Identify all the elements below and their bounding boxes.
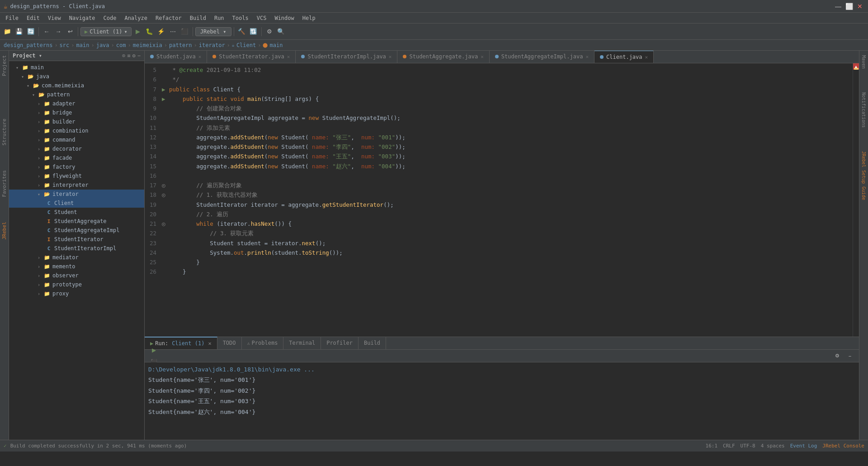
menu-analyze[interactable]: Analyze (121, 14, 151, 22)
settings-icon[interactable]: ⚙ (132, 52, 136, 59)
tree-item-main[interactable]: ▾ 📁 main (9, 63, 144, 72)
breadcrumb-com[interactable]: com (116, 42, 126, 48)
jrebel-dropdown[interactable]: JRebel ▾ (195, 27, 231, 36)
breadcrumb-java[interactable]: java (96, 42, 109, 48)
undo-button[interactable]: ↩ (65, 26, 75, 37)
tree-item-com[interactable]: ▾ 📂 com.meimeixia (9, 81, 144, 90)
menu-build[interactable]: Build (186, 14, 210, 22)
tree-item-prototype[interactable]: › 📁 prototype (9, 280, 144, 289)
tab-close-student[interactable]: ✕ (198, 54, 202, 60)
tree-item-combination[interactable]: › 📁 combination (9, 126, 144, 135)
tree-item-student-aggregate-impl[interactable]: C StudentAggregateImpl (9, 226, 144, 235)
tree-item-student-aggregate[interactable]: I StudentAggregate (9, 217, 144, 226)
back-button[interactable]: ← (41, 26, 52, 37)
menu-edit[interactable]: Edit (23, 14, 43, 22)
tab-close-student-iterator-impl[interactable]: ✕ (389, 54, 392, 60)
menu-navigate[interactable]: Navigate (66, 14, 99, 22)
breadcrumb-pattern[interactable]: pattern (169, 42, 192, 48)
menu-tools[interactable]: Tools (229, 14, 252, 22)
tab-student-aggregate[interactable]: StudentAggregate.java ✕ (397, 51, 489, 63)
tree-item-student-iterator-impl[interactable]: C StudentIteratorImpl (9, 244, 144, 253)
breadcrumb-design-patterns[interactable]: design_patterns (4, 42, 52, 48)
stop-button[interactable]: ⬛ (179, 26, 190, 37)
tree-item-student[interactable]: C Student (9, 208, 144, 217)
forward-button[interactable]: → (53, 26, 64, 37)
code-content[interactable]: 5 * @create 2021-09-18 11:02 6 */ 7 ▶ pu… (145, 63, 853, 337)
vertical-tab-favorites[interactable]: Favorites (0, 167, 8, 200)
bottom-tab-terminal[interactable]: Terminal (283, 337, 321, 349)
tree-item-interpreter[interactable]: › 📁 interpreter (9, 181, 144, 190)
tree-item-command[interactable]: › 📁 command (9, 135, 144, 144)
menu-code[interactable]: Code (100, 14, 120, 22)
cursor-position[interactable]: 16:1 (706, 443, 718, 449)
encoding[interactable]: UTF-8 (741, 443, 755, 449)
menu-refactor[interactable]: Refactor (152, 14, 185, 22)
search-button[interactable]: 🔍 (276, 26, 287, 37)
jrebel-console-link[interactable]: JRebel Console (822, 443, 864, 449)
breadcrumb-iterator[interactable]: iterator (199, 42, 225, 48)
tree-item-mediator[interactable]: › 📁 mediator (9, 253, 144, 262)
run-config-dropdown[interactable]: ▶ Client (1) ▾ (80, 27, 132, 36)
menu-run[interactable]: Run (211, 14, 228, 22)
bottom-tab-profiler[interactable]: Profiler (321, 337, 359, 349)
tree-item-observer[interactable]: › 📁 observer (9, 271, 144, 280)
menu-vcs[interactable]: VCS (253, 14, 270, 22)
tab-student-iterator[interactable]: StudentIterator.java ✕ (207, 51, 296, 63)
tab-client[interactable]: Client.java ✕ (594, 51, 654, 63)
run-button[interactable]: ▶ (132, 26, 143, 37)
close-button[interactable]: ✕ (855, 2, 864, 11)
tab-close-client[interactable]: ✕ (645, 54, 648, 60)
save-button[interactable]: 💾 (14, 26, 24, 37)
vertical-tab-project[interactable]: Project (0, 52, 8, 79)
tree-item-bridge[interactable]: › 📁 bridge (9, 108, 144, 117)
tree-item-client[interactable]: C Client (9, 199, 144, 208)
minimize-button[interactable]: — (834, 2, 843, 11)
tree-item-proxy[interactable]: › 📁 proxy (9, 289, 144, 298)
breadcrumb-main[interactable]: main (76, 42, 90, 48)
indent-info[interactable]: 4 spaces (761, 443, 785, 449)
tree-item-facade[interactable]: › 📁 facade (9, 153, 144, 162)
vertical-tab-jrebel-setup[interactable]: JRebel Setup Guide (860, 148, 867, 203)
breadcrumb-meimeixia[interactable]: meimeixia (133, 42, 162, 48)
tab-student[interactable]: Student.java ✕ (145, 51, 207, 63)
run-settings-button[interactable]: ⚙ (832, 351, 843, 361)
tab-student-iterator-impl[interactable]: StudentIteratorImpl.java ✕ (296, 51, 397, 63)
menu-file[interactable]: File (2, 14, 22, 22)
breadcrumb-src[interactable]: src (60, 42, 70, 48)
maximize-button[interactable]: ⬜ (844, 2, 854, 11)
bottom-tab-close-run[interactable]: ✕ (208, 340, 211, 347)
vertical-tab-notifications[interactable]: Notifications (860, 90, 867, 130)
tree-item-adapter[interactable]: › 📁 adapter (9, 99, 144, 108)
menu-view[interactable]: View (44, 14, 65, 22)
tree-item-java[interactable]: ▾ 📂 java (9, 72, 144, 81)
tree-item-memento[interactable]: › 📁 memento (9, 262, 144, 271)
tab-close-student-aggregate[interactable]: ✕ (481, 54, 484, 60)
locate-icon[interactable]: ⊙ (122, 52, 125, 59)
breadcrumb-client[interactable]: Client (236, 42, 256, 48)
run-again-button[interactable]: ▶ (148, 345, 159, 356)
update-project[interactable]: 🔃 (248, 26, 259, 37)
bottom-tab-build[interactable]: Build (359, 337, 386, 349)
tab-close-student-iterator[interactable]: ✕ (287, 54, 290, 60)
tree-item-flyweight[interactable]: › 📁 flyweight (9, 171, 144, 181)
tree-item-factory[interactable]: › 📁 factory (9, 162, 144, 171)
tree-item-iterator[interactable]: ▾ 📂 iterator (9, 190, 144, 199)
tree-item-builder[interactable]: › 📁 builder (9, 117, 144, 126)
sync-button[interactable]: 🔄 (25, 26, 36, 37)
event-log-link[interactable]: Event Log (790, 443, 817, 449)
breadcrumb-main-method[interactable]: main (269, 42, 283, 48)
more-run[interactable]: ⋯ (168, 26, 179, 37)
bottom-tab-problems[interactable]: ⚠ Problems (242, 337, 284, 349)
tree-item-student-iterator[interactable]: I StudentIterator (9, 235, 144, 244)
debug-button[interactable]: 🐛 (144, 26, 155, 37)
tree-item-pattern[interactable]: ▾ 📂 pattern (9, 90, 144, 99)
line-ending[interactable]: CRLF (723, 443, 735, 449)
vertical-tab-maven[interactable]: Maven (860, 52, 867, 71)
collapse-run-button[interactable]: − (844, 351, 855, 361)
run-with-coverage[interactable]: ⚡ (156, 26, 167, 37)
vertical-tab-structure[interactable]: Structure (0, 116, 8, 148)
tab-student-aggregate-impl[interactable]: StudentAggregateImpl.java ✕ (490, 51, 594, 63)
tab-close-student-aggregate-impl[interactable]: ✕ (585, 54, 589, 60)
menu-window[interactable]: Window (271, 14, 297, 22)
menu-help[interactable]: Help (299, 14, 319, 22)
